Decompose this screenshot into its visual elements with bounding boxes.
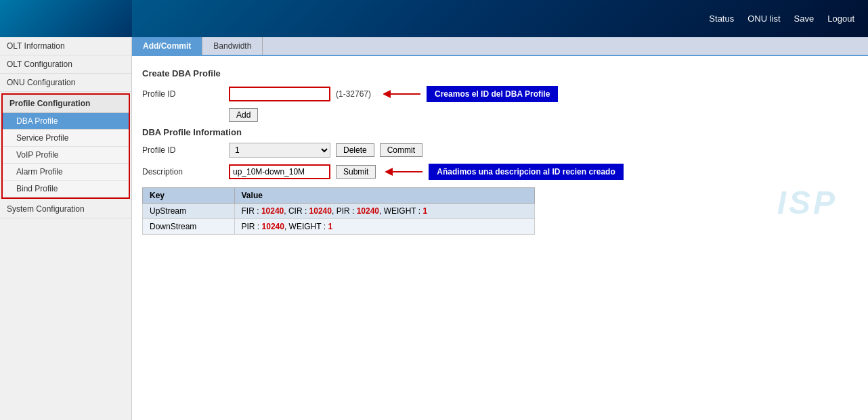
add-button[interactable]: Add xyxy=(229,108,258,122)
nav-save[interactable]: Save xyxy=(794,14,815,24)
sidebar-item-system-configuration[interactable]: System Configuration xyxy=(0,200,131,218)
description-input[interactable] xyxy=(229,164,330,179)
nav-onu-list[interactable]: ONU list xyxy=(747,14,780,24)
sidebar-item-alarm-profile[interactable]: Alarm Profile xyxy=(3,164,129,181)
nav-logout[interactable]: Logout xyxy=(827,14,854,24)
sidebar-item-olt-information[interactable]: OLT Information xyxy=(0,37,131,55)
description-label: Description xyxy=(142,167,223,177)
sidebar-item-olt-configuration[interactable]: OLT Configuration xyxy=(0,55,131,74)
tab-bandwidth[interactable]: Bandwidth xyxy=(202,37,263,55)
table-cell-value-upstream: FIR : 10240, CIR : 10240, PIR : 10240, W… xyxy=(234,204,534,219)
table-cell-key-upstream: UpStream xyxy=(143,204,235,219)
table-row: DownStream PIR : 10240, WEIGHT : 1 xyxy=(143,219,535,235)
sidebar-item-bind-profile[interactable]: Bind Profile xyxy=(3,181,129,197)
table-cell-value-downstream: PIR : 10240, WEIGHT : 1 xyxy=(234,219,534,235)
table-header-value: Value xyxy=(234,188,534,204)
sidebar-item-voip-profile[interactable]: VoIP Profile xyxy=(3,147,129,164)
top-nav: Status ONU list Save Logout xyxy=(709,14,854,24)
profile-id-hint: (1-32767) xyxy=(336,89,371,99)
arrow-2-icon xyxy=(385,162,426,182)
logo-area xyxy=(0,0,132,37)
arrow-1-icon xyxy=(383,84,424,104)
main-content: Add/Commit Bandwidth Create DBA Profile … xyxy=(132,37,868,420)
sidebar: OLT Information OLT Configuration ONU Co… xyxy=(0,37,132,420)
sidebar-section-profile-configuration[interactable]: Profile Configuration xyxy=(3,95,129,113)
tab-add-commit[interactable]: Add/Commit xyxy=(132,37,202,55)
delete-button[interactable]: Delete xyxy=(336,143,374,157)
create-section-title: Create DBA Profile xyxy=(142,68,858,78)
info-profile-id-label: Profile ID xyxy=(142,145,223,155)
callout-2: Añadimos una descripcion al ID recien cr… xyxy=(429,164,623,180)
nav-status[interactable]: Status xyxy=(709,14,734,24)
table-header-key: Key xyxy=(143,188,235,204)
table-cell-key-downstream: DownStream xyxy=(143,219,235,235)
dba-table: Key Value UpStream FIR : 10240, CIR : 10… xyxy=(142,187,535,235)
profile-config-group: Profile Configuration DBA Profile Servic… xyxy=(1,93,130,199)
table-container: Key Value UpStream FIR : 10240, CIR : 10… xyxy=(142,187,858,235)
info-profile-id-select[interactable]: 1 xyxy=(229,143,330,158)
table-row: UpStream FIR : 10240, CIR : 10240, PIR :… xyxy=(143,204,535,219)
watermark: ISP xyxy=(777,184,838,221)
add-button-row: Add xyxy=(229,108,858,122)
callout-1: Creamos el ID del DBA Profile xyxy=(427,86,558,102)
create-profile-id-label: Profile ID xyxy=(142,89,223,99)
sidebar-item-dba-profile[interactable]: DBA Profile xyxy=(3,113,129,130)
info-profile-id-row: Profile ID 1 Delete Commit xyxy=(142,143,858,158)
main-layout: OLT Information OLT Configuration ONU Co… xyxy=(0,37,868,420)
submit-button[interactable]: Submit xyxy=(336,165,376,179)
info-section-title: DBA Profile Information xyxy=(142,127,858,137)
content-area: Create DBA Profile Profile ID (1-32767) xyxy=(132,56,868,241)
sidebar-item-service-profile[interactable]: Service Profile xyxy=(3,130,129,147)
sidebar-item-onu-configuration[interactable]: ONU Configuration xyxy=(0,74,131,92)
create-profile-id-input[interactable] xyxy=(229,87,330,101)
tabs-bar: Add/Commit Bandwidth xyxy=(132,37,868,56)
commit-button[interactable]: Commit xyxy=(380,143,422,157)
top-header: Status ONU list Save Logout xyxy=(0,0,868,37)
